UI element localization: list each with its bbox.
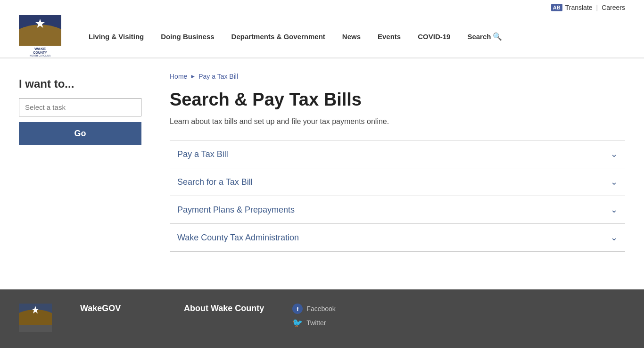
chevron-down-icon: ⌄ (611, 149, 618, 159)
wake-county-logo: WAKE COUNTY NORTH CAROLINA (19, 15, 61, 58)
nav-news[interactable]: News (334, 18, 369, 55)
breadcrumb-arrow: ► (190, 73, 196, 80)
twitter-icon: 🐦 (292, 318, 303, 328)
translate-icon: AB (551, 4, 562, 11)
footer-facebook-label: Facebook (306, 305, 335, 313)
careers-link[interactable]: Careers (602, 4, 625, 11)
nav-departments-government[interactable]: Departments & Government (223, 18, 334, 55)
sidebar-title: I want to... (19, 77, 141, 90)
utility-bar: AB Translate | Careers (0, 0, 644, 15)
footer-wakegov-title: WakeGOV (80, 304, 156, 313)
chevron-down-icon-3: ⌄ (611, 205, 618, 215)
footer-facebook[interactable]: f Facebook (292, 304, 368, 314)
facebook-icon: f (292, 304, 303, 314)
go-button[interactable]: Go (19, 122, 141, 145)
accordion-item-pay-tax-bill: Pay a Tax Bill ⌄ (170, 140, 625, 168)
page-title: Search & Pay Tax Bills (170, 90, 625, 110)
breadcrumb-current: Pay a Tax Bill (198, 73, 238, 80)
breadcrumb-home[interactable]: Home (170, 73, 187, 80)
footer-col-wakegov: WakeGOV (80, 304, 156, 317)
main-content: Home ► Pay a Tax Bill Search & Pay Tax B… (151, 58, 625, 271)
breadcrumb: Home ► Pay a Tax Bill (170, 73, 625, 80)
footer-logo-svg (19, 304, 52, 332)
translate-button[interactable]: AB Translate (551, 4, 593, 11)
footer: WakeGOV About Wake County f Facebook 🐦 T… (0, 289, 644, 348)
accordion-header-payment-plans[interactable]: Payment Plans & Prepayments ⌄ (170, 196, 625, 223)
search-nav-label: Search (467, 33, 491, 41)
accordion: Pay a Tax Bill ⌄ Search for a Tax Bill ⌄… (170, 140, 625, 252)
sidebar: I want to... Go (19, 58, 151, 271)
nav-doing-business[interactable]: Doing Business (152, 18, 223, 55)
header: WAKE COUNTY NORTH CAROLINA Living & Visi… (0, 15, 644, 58)
accordion-label-tax-administration: Wake County Tax Administration (177, 233, 299, 243)
footer-about-title: About Wake County (184, 304, 264, 313)
nav-covid19[interactable]: COVID-19 (409, 18, 459, 55)
accordion-label-payment-plans: Payment Plans & Prepayments (177, 205, 295, 215)
main-nav: Living & Visiting Doing Business Departm… (80, 18, 625, 55)
chevron-down-icon-2: ⌄ (611, 177, 618, 187)
search-icon: 🔍 (493, 32, 502, 41)
footer-col-social: f Facebook 🐦 Twitter (292, 304, 368, 332)
svg-text:COUNTY: COUNTY (33, 51, 47, 54)
accordion-label-search-tax-bill: Search for a Tax Bill (177, 177, 253, 187)
separator: | (596, 4, 598, 11)
accordion-header-tax-administration[interactable]: Wake County Tax Administration ⌄ (170, 224, 625, 251)
accordion-label-pay-tax-bill: Pay a Tax Bill (177, 149, 228, 159)
accordion-item-search-tax-bill: Search for a Tax Bill ⌄ (170, 168, 625, 196)
footer-twitter-label: Twitter (306, 319, 326, 327)
svg-rect-8 (19, 325, 52, 332)
accordion-item-payment-plans: Payment Plans & Prepayments ⌄ (170, 196, 625, 224)
footer-logo (19, 304, 52, 334)
footer-inner: WakeGOV About Wake County f Facebook 🐦 T… (19, 304, 625, 334)
logo-area[interactable]: WAKE COUNTY NORTH CAROLINA (19, 15, 61, 58)
task-select-input[interactable] (19, 98, 141, 116)
main-wrapper: I want to... Go Home ► Pay a Tax Bill Se… (0, 58, 644, 271)
page-description: Learn about tax bills and set up and fil… (170, 117, 625, 126)
svg-text:NORTH CAROLINA: NORTH CAROLINA (30, 54, 51, 57)
nav-living-visiting[interactable]: Living & Visiting (80, 18, 152, 55)
accordion-header-pay-tax-bill[interactable]: Pay a Tax Bill ⌄ (170, 140, 625, 168)
chevron-down-icon-4: ⌄ (611, 232, 618, 243)
nav-events[interactable]: Events (369, 18, 409, 55)
svg-text:WAKE: WAKE (34, 47, 46, 51)
nav-search[interactable]: Search 🔍 (459, 18, 511, 55)
accordion-item-tax-administration: Wake County Tax Administration ⌄ (170, 224, 625, 252)
footer-twitter[interactable]: 🐦 Twitter (292, 318, 368, 328)
translate-label[interactable]: Translate (565, 4, 593, 11)
accordion-header-search-tax-bill[interactable]: Search for a Tax Bill ⌄ (170, 168, 625, 196)
footer-col-about: About Wake County (184, 304, 264, 317)
